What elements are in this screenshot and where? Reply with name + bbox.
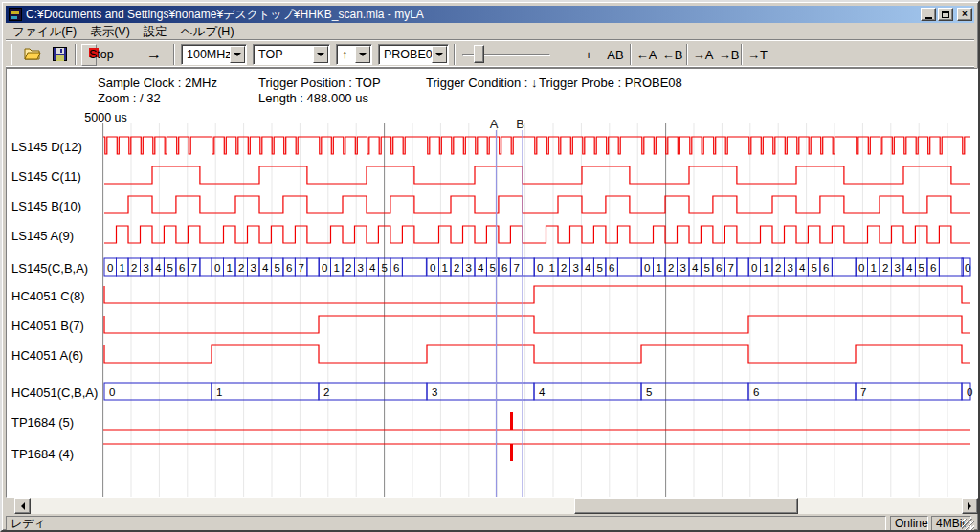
bus-cell-value: 6 [930, 262, 936, 274]
menu-help[interactable]: ヘルプ(H) [174, 23, 241, 41]
bus-cell-value: 4 [799, 262, 806, 274]
toolbar-separator [75, 44, 77, 65]
waveform-svg: 5000 usLS145 D(12)LS145 C(11)LS145 B(10)… [7, 69, 977, 497]
horizontal-scrollbar[interactable] [14, 498, 978, 514]
trigger-position-combo-dropdown[interactable] [313, 46, 328, 63]
bus-cell-value: 0 [322, 262, 327, 274]
marker-label-b: B [516, 117, 524, 131]
ab-range-button[interactable]: AB [601, 44, 630, 65]
trigger-edge-combo-value: ↑ [342, 48, 347, 61]
bus-gap-cell [200, 258, 212, 276]
bus-cell-value: 2 [323, 387, 329, 398]
zoom-slider[interactable] [462, 44, 550, 65]
bus-cell [641, 383, 748, 400]
channel-label: TP1684 (5) [11, 415, 74, 430]
scroll-right-button[interactable] [962, 498, 978, 514]
bus-cell-value: 0 [751, 262, 757, 274]
run-button[interactable]: → [140, 44, 168, 65]
probe-combo[interactable]: PROBE00 [378, 44, 449, 65]
bus-cell-value: 2 [882, 262, 888, 274]
bus-cell-value: 5 [381, 262, 387, 274]
trigger-edge-combo-dropdown[interactable] [355, 46, 370, 63]
bus-cell-value: 0 [109, 387, 115, 398]
stop-button[interactable]: Stop [81, 44, 97, 66]
menu-settings[interactable]: 設定 [137, 23, 174, 41]
set-a-button[interactable]: →A [690, 44, 716, 65]
waveform-trace [104, 196, 970, 213]
bus-cell-value: 0 [430, 262, 435, 274]
bus-cell-value: 4 [478, 262, 484, 274]
open-folder-icon [24, 47, 41, 60]
scrollbar-thumb[interactable] [574, 498, 798, 514]
clock-combo[interactable]: 100MHz [181, 44, 247, 65]
probe-combo-dropdown[interactable] [432, 46, 447, 63]
bus-gap-cell [737, 258, 749, 276]
chevron-down-icon [234, 53, 241, 60]
bus-cell-value: 7 [190, 262, 196, 274]
open-button[interactable] [21, 44, 44, 65]
toolbar-separator [741, 44, 743, 65]
goto-a-button[interactable]: ←A [634, 44, 659, 65]
channel-label: HC4051 C(8) [11, 289, 85, 303]
resize-grip[interactable] [962, 519, 974, 531]
minimize-icon [925, 17, 932, 19]
scroll-left-button[interactable] [14, 498, 31, 514]
toolbar: Stop → 100MHz TOP ↑ PROBE00 − + AB ←A [6, 40, 974, 67]
bus-cell-value: 4 [155, 262, 162, 274]
bus-gap-cell [523, 258, 535, 276]
goto-trigger-button[interactable]: →T [745, 44, 770, 65]
goto-b-button[interactable]: ←B [659, 44, 685, 65]
toolbar-separator [630, 44, 632, 65]
bus-cell [534, 383, 641, 400]
menu-view[interactable]: 表示(V) [83, 23, 137, 41]
bus-cell-value: 1 [548, 262, 554, 274]
bus-cell-value: 4 [585, 262, 591, 274]
bus-cell-value: 4 [262, 262, 269, 274]
bus-gap-cell [939, 258, 963, 276]
chevron-down-icon [317, 53, 324, 60]
marker-label-a: A [490, 117, 499, 131]
bus-cell [427, 383, 534, 400]
waveform-trace [103, 137, 970, 154]
zoom-out-button[interactable]: − [553, 44, 574, 65]
bus-cell-value: 0 [965, 262, 970, 274]
bus-cell-value: 6 [716, 262, 722, 274]
bus-cell-value: 2 [561, 262, 567, 274]
channel-label: HC4051 A(6) [11, 348, 83, 363]
bus-cell-value: 5 [489, 262, 495, 274]
trigger-position-combo[interactable]: TOP [253, 44, 330, 65]
bus-cell-value: 3 [572, 262, 578, 274]
bus-cell-value: 6 [753, 387, 759, 398]
time-axis-label: 5000 us [84, 111, 126, 124]
bus-cell-value: 6 [393, 262, 399, 274]
bus-cell-value: 0 [537, 262, 543, 274]
maximize-button[interactable] [938, 8, 953, 21]
zoom-in-button[interactable]: + [578, 44, 599, 65]
clock-combo-dropdown[interactable] [230, 46, 245, 63]
trigger-edge-combo[interactable]: ↑ [336, 44, 372, 65]
channel-label: HC4051 B(7) [11, 319, 84, 333]
bus-cell-value: 7 [513, 262, 519, 274]
bus-gap-cell [402, 258, 426, 276]
bus-cell-value: 1 [656, 262, 661, 274]
minimize-button[interactable] [921, 8, 936, 21]
bus-cell-value: 5 [918, 262, 924, 274]
status-online: Online [890, 516, 928, 531]
set-b-button[interactable]: →B [716, 44, 742, 65]
bus-cell-value: 1 [333, 262, 339, 274]
bus-cell-value: 4 [692, 262, 699, 274]
bus-cell-value: 5 [646, 387, 652, 398]
zoom-slider-thumb[interactable] [474, 45, 484, 63]
channel-label: LS145 B(10) [11, 199, 81, 213]
bus-cell-value: 0 [214, 262, 220, 274]
menu-file[interactable]: ファイル(F) [6, 23, 83, 41]
waveform-client-area: Sample Clock : 2MHz Trigger Position : T… [6, 68, 978, 498]
channel-label: TP1684 (4) [11, 447, 74, 461]
stop-label: Stop [89, 48, 114, 61]
app-window: C:¥Documents and Settings¥noname¥デスクトップ¥… [0, 0, 980, 532]
bus-cell-value: 2 [131, 262, 137, 274]
save-button[interactable] [48, 44, 71, 65]
close-button[interactable]: × [957, 8, 972, 21]
bus-cell-value: 3 [894, 262, 900, 274]
bus-cell-value: 1 [216, 387, 222, 398]
